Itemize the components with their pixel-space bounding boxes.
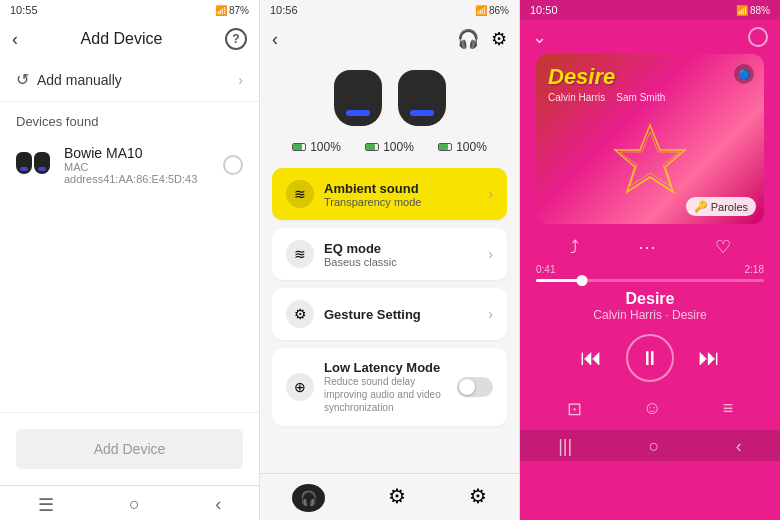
panel3-nav-apps[interactable]: ||| — [558, 436, 572, 457]
album-art-inner: Desire Calvin Harris Sam Smith 🔵 🔑 Parol… — [536, 54, 764, 224]
panel3-battery: 88% — [750, 5, 770, 16]
svg-marker-0 — [615, 125, 685, 192]
artist2-name: Sam Smith — [616, 92, 665, 103]
svg-marker-1 — [620, 132, 680, 186]
earbud-right-icon — [34, 152, 50, 174]
song-title: Desire — [520, 290, 780, 308]
add-manually-icon: ↺ — [16, 70, 29, 89]
player-actions: ⤴ ⋯ ♡ — [520, 224, 780, 264]
page-title: Add Device — [18, 30, 225, 48]
music-player-panel: 10:50 📶 88% ⌄ Desire Calvin Harris Sam S… — [520, 0, 780, 520]
device-radio-button[interactable] — [223, 155, 243, 175]
panel3-status-icons: 📶 88% — [736, 5, 770, 16]
song-artist: Calvin Harris · Desire — [520, 308, 780, 322]
key-icon: 🔑 — [694, 200, 708, 213]
star-icon — [610, 120, 690, 200]
eq-chevron-icon: › — [488, 246, 493, 262]
headphones-icon[interactable]: 🎧 — [457, 28, 479, 50]
settings-item-eq[interactable]: ≋ EQ mode Baseus classic › — [272, 228, 507, 280]
album-art-container: Desire Calvin Harris Sam Smith 🔵 🔑 Parol… — [536, 54, 764, 224]
tab-settings[interactable]: ⚙ — [388, 484, 406, 512]
settings-list: ≋ Ambient sound Transparency mode › ≋ EQ… — [260, 164, 519, 430]
next-button[interactable]: ⏭ — [698, 345, 720, 371]
device-name: Bowie MA10 — [64, 145, 223, 161]
progress-thumb[interactable] — [576, 275, 587, 286]
progress-current: 0:41 — [536, 264, 555, 275]
battery-bar-left — [292, 143, 306, 151]
latency-content: Low Latency Mode Reduce sound delay impr… — [324, 360, 457, 414]
paroles-label: Paroles — [711, 201, 748, 213]
earbud-large-left — [334, 70, 382, 126]
gesture-chevron-icon: › — [488, 306, 493, 322]
progress-container: 0:41 2:18 — [520, 264, 780, 282]
panel3-nav-back[interactable]: ‹ — [736, 436, 742, 457]
panel2-header-icons: 🎧 ⚙ — [457, 28, 507, 50]
settings-item-gesture[interactable]: ⚙ Gesture Setting › — [272, 288, 507, 340]
devices-found-label: Devices found — [0, 102, 259, 135]
battery-right: 100% — [438, 140, 487, 154]
device-row[interactable]: Bowie MA10 MAC address41:AA:86:E4:5D:43 — [0, 135, 259, 195]
panel2-back-button[interactable]: ‹ — [272, 29, 278, 50]
ambient-subtitle: Transparency mode — [324, 196, 488, 208]
play-pause-button[interactable]: ⏸ — [626, 334, 674, 382]
panel3-nav-home[interactable]: ○ — [649, 436, 660, 457]
help-button[interactable]: ? — [225, 28, 247, 50]
panel2-status-icons: 📶 86% — [475, 5, 509, 16]
gesture-icon: ⚙ — [286, 300, 314, 328]
device-info: Bowie MA10 MAC address41:AA:86:E4:5D:43 — [64, 145, 223, 185]
artist1-name: Calvin Harris — [548, 92, 605, 103]
tab-earbuds[interactable]: 🎧 — [292, 484, 325, 512]
panel1-status-icons: 📶 87% — [215, 5, 249, 16]
panel1-statusbar: 10:55 📶 87% — [0, 0, 259, 20]
panel3-time: 10:50 — [530, 4, 558, 16]
eq-title: EQ mode — [324, 241, 488, 256]
paroles-badge[interactable]: 🔑 Paroles — [686, 197, 756, 216]
album-artists: Calvin Harris Sam Smith — [548, 92, 665, 103]
nav-home-icon[interactable]: ○ — [129, 494, 140, 516]
prev-button[interactable]: ⏮ — [580, 345, 602, 371]
latency-subtitle: Reduce sound delay improving audio and v… — [324, 375, 457, 414]
bottom-player-icons: ⊡ ☺ ≡ — [520, 390, 780, 430]
add-manually-row[interactable]: ↺ Add manually › — [0, 58, 259, 102]
progress-bar[interactable] — [536, 279, 764, 282]
heart-icon[interactable]: ♡ — [715, 236, 731, 258]
panel2-header: ‹ 🎧 ⚙ — [260, 20, 519, 54]
share-icon[interactable]: ⤴ — [570, 237, 579, 258]
battery-case: 100% — [365, 140, 414, 154]
nav-menu-icon[interactable]: ☰ — [38, 494, 54, 516]
progress-fill — [536, 279, 582, 282]
add-manually-label: Add manually — [37, 72, 238, 88]
earbud-left-icon — [16, 152, 32, 174]
earbuds-container — [260, 54, 519, 134]
settings-item-ambient[interactable]: ≋ Ambient sound Transparency mode › — [272, 168, 507, 220]
queue-icon[interactable]: ⊡ — [567, 398, 582, 420]
panel1-header: ‹ Add Device ? — [0, 20, 259, 58]
tab-more[interactable]: ⚙ — [469, 484, 487, 512]
bluetooth-icon: 🔵 — [734, 64, 754, 84]
device-icon — [16, 152, 52, 178]
settings-item-latency[interactable]: ⊕ Low Latency Mode Reduce sound delay im… — [272, 348, 507, 426]
eq-text: EQ mode Baseus classic — [324, 241, 488, 268]
panel1-battery: 87% — [229, 5, 249, 16]
latency-icon: ⊕ — [286, 373, 314, 401]
progress-total: 2:18 — [745, 264, 764, 275]
panel2-battery: 86% — [489, 5, 509, 16]
more-icon[interactable]: ⋯ — [638, 236, 656, 258]
panel1-time: 10:55 — [10, 4, 38, 16]
chevron-right-icon: › — [238, 72, 243, 88]
album-title: Desire — [548, 64, 615, 90]
battery-row: 100% 100% 100% — [260, 134, 519, 164]
panel3-header: ⌄ — [520, 20, 780, 54]
settings-icon[interactable]: ⚙ — [491, 28, 507, 50]
add-device-panel: 10:55 📶 87% ‹ Add Device ? ↺ Add manuall… — [0, 0, 260, 520]
song-info: Desire Calvin Harris · Desire — [520, 282, 780, 326]
chevron-down-icon[interactable]: ⌄ — [532, 26, 547, 48]
add-device-button[interactable]: Add Device — [16, 429, 243, 469]
panel2-time: 10:56 — [270, 4, 298, 16]
emoji-icon[interactable]: ☺ — [643, 398, 661, 420]
latency-toggle[interactable] — [457, 377, 493, 397]
battery-case-value: 100% — [383, 140, 414, 154]
menu-icon[interactable]: ≡ — [723, 398, 734, 420]
nav-back-icon[interactable]: ‹ — [215, 494, 221, 516]
ambient-icon: ≋ — [286, 180, 314, 208]
